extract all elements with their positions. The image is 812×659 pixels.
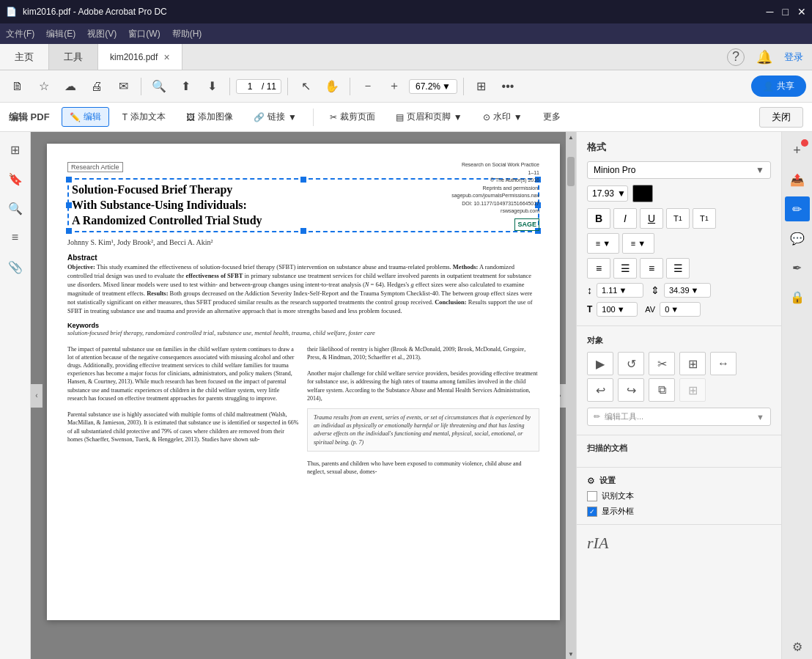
tools-button[interactable]: ⊞ <box>470 75 493 98</box>
recognize-text-checkbox[interactable] <box>587 491 597 501</box>
menu-edit[interactable]: 编辑(E) <box>46 28 75 40</box>
sidebar-bookmarks-icon[interactable]: 🔖 <box>4 167 27 191</box>
maximize-button[interactable]: □ <box>783 6 789 18</box>
align-justify-button[interactable]: ☰ <box>666 258 690 279</box>
right-edit-button[interactable]: ✏ <box>785 196 810 221</box>
handle-left[interactable] <box>66 202 72 208</box>
edit-mode-button[interactable]: ✏️ 编辑 <box>62 107 109 127</box>
right-settings-button[interactable]: ⚙ <box>785 634 810 659</box>
login-button[interactable]: 登录 <box>784 51 803 64</box>
sidebar-pages-icon[interactable]: ⊞ <box>4 138 27 161</box>
sidebar-attachments-icon[interactable]: 📎 <box>4 255 27 279</box>
numbered-list-button[interactable]: ≡ ▼ <box>622 233 654 254</box>
edit-panel-icon: ✏ <box>792 202 802 216</box>
link-button[interactable]: 🔗 链接 ▼ <box>246 108 304 126</box>
font-color-swatch[interactable] <box>632 185 653 202</box>
italic-button[interactable]: I <box>613 208 637 229</box>
char-space-input[interactable]: 0 ▼ <box>660 302 701 317</box>
para-spacing-input[interactable]: 34.39 ▼ <box>664 283 711 298</box>
menu-window[interactable]: 窗口(W) <box>128 28 160 40</box>
bookmark-button[interactable]: ☆ <box>32 75 56 98</box>
redo-button[interactable]: ↪ <box>618 378 644 402</box>
email-button[interactable]: ✉ <box>111 75 135 98</box>
replace-button[interactable]: ⧉ <box>649 378 675 402</box>
right-protect-button[interactable]: 🔒 <box>785 284 810 309</box>
page-number-input[interactable] <box>241 81 259 92</box>
tab-home[interactable]: 主页 <box>0 44 49 70</box>
scroll-down-button[interactable]: ▼ <box>566 649 576 659</box>
font-selector[interactable]: Minion Pro ▼ <box>587 161 771 179</box>
watermark-button[interactable]: ⊙ 水印 ▼ <box>476 108 530 126</box>
help-icon[interactable]: ? <box>727 48 745 66</box>
right-comment-button[interactable]: 💬 <box>785 226 810 251</box>
pdf-body: The impact of parental substance use on … <box>67 345 539 476</box>
print-button[interactable]: 🖨 <box>85 75 108 98</box>
menu-view[interactable]: 视图(V) <box>87 28 117 40</box>
notification-icon[interactable]: 🔔 <box>756 49 772 65</box>
crop-obj-button[interactable]: ✂ <box>649 352 675 375</box>
close-edit-button[interactable]: 关闭 <box>759 107 803 128</box>
search-button[interactable]: 🔍 <box>147 75 171 98</box>
zoom-dropdown[interactable]: 67.2% ▼ <box>409 79 457 94</box>
right-add-button[interactable]: + <box>785 138 810 163</box>
menu-file[interactable]: 文件(F) <box>6 28 34 40</box>
right-fill-sign-button[interactable]: ✒ <box>785 255 810 280</box>
more-button[interactable]: 更多 <box>536 108 568 126</box>
line-spacing-icon: ↕ <box>587 284 592 296</box>
hand-tool-button[interactable]: ✋ <box>320 75 344 98</box>
char-scale-input[interactable]: 100 ▼ <box>597 302 638 317</box>
show-bounds-checkbox[interactable]: ✓ <box>587 507 597 517</box>
superscript-button[interactable]: T1 <box>666 208 690 229</box>
flip-button[interactable]: ↔ <box>710 352 737 375</box>
right-export-button[interactable]: 📤 <box>785 167 810 192</box>
journal-info: Research on Social Work Practice 1–11 © … <box>444 161 539 231</box>
save-cloud-button[interactable]: ☁ <box>59 75 82 98</box>
minimize-button[interactable]: ─ <box>767 6 774 18</box>
crop-button[interactable]: ✂ 裁剪页面 <box>322 108 383 126</box>
close-button[interactable]: ✕ <box>797 6 806 18</box>
bold-button[interactable]: B <box>587 208 610 229</box>
subscript-button[interactable]: T1 <box>693 208 716 229</box>
settings-gear-icon: ⚙ <box>587 476 595 486</box>
ria-section: rIA <box>577 525 781 562</box>
scroll-bar[interactable]: ▲ ▼ <box>566 132 576 659</box>
handle-bottom-left[interactable] <box>66 228 72 234</box>
font-size-input[interactable]: 17.93 ▼ <box>587 185 628 202</box>
upload-button[interactable]: ⬆ <box>174 75 197 98</box>
tab-tools[interactable]: 工具 <box>49 44 98 70</box>
comment-icon: 💬 <box>790 232 805 246</box>
add-image-button[interactable]: 🖼 添加图像 <box>179 108 240 126</box>
zoom-in-button[interactable]: ＋ <box>383 75 406 98</box>
bullet-list-button[interactable]: ≡ ▼ <box>587 233 619 254</box>
more-tools-button[interactable]: ••• <box>496 75 520 98</box>
tab-close-button[interactable]: × <box>163 51 169 63</box>
underline-button[interactable]: U <box>640 208 663 229</box>
sidebar-zoom-icon[interactable]: 🔍 <box>4 196 27 220</box>
window-title: kim2016.pdf - Adobe Acrobat Pro DC <box>23 7 167 17</box>
new-file-button[interactable]: 🗎 <box>6 75 29 98</box>
header-footer-button[interactable]: ▤ 页眉和页脚 ▼ <box>388 108 470 126</box>
zoom-out-button[interactable]: － <box>356 75 380 98</box>
scroll-thumb[interactable] <box>567 157 575 186</box>
handle-bottom[interactable] <box>300 228 306 234</box>
align-right-button[interactable]: ≡ <box>640 258 663 279</box>
undo-button[interactable]: ↩ <box>587 378 613 402</box>
rotate-left-button[interactable]: ↺ <box>618 352 644 375</box>
menu-help[interactable]: 帮助(H) <box>172 28 202 40</box>
collapse-left-button[interactable]: ‹ <box>31 384 43 408</box>
scroll-up-button[interactable]: ▲ <box>566 132 576 142</box>
align-left-button[interactable]: ≡ <box>587 258 610 279</box>
cursor-tool-button[interactable]: ↖ <box>294 75 317 98</box>
add-text-button[interactable]: T 添加文本 <box>115 108 173 126</box>
handle-top-left[interactable] <box>66 177 72 183</box>
play-button[interactable]: ▶ <box>587 352 613 375</box>
share-button[interactable]: 👤 共享 <box>751 76 806 97</box>
align-center-button[interactable]: ☰ <box>613 258 637 279</box>
recognize-text-row: 识别文本 <box>587 490 771 501</box>
sidebar-layers-icon[interactable]: ≡ <box>4 226 27 249</box>
handle-top[interactable] <box>300 177 306 183</box>
line-spacing-input[interactable]: 1.11 ▼ <box>597 283 643 298</box>
align-obj-button[interactable]: ⊞ <box>679 352 706 375</box>
download-button[interactable]: ⬇ <box>200 75 224 98</box>
tab-file[interactable]: kim2016.pdf × <box>98 44 182 70</box>
